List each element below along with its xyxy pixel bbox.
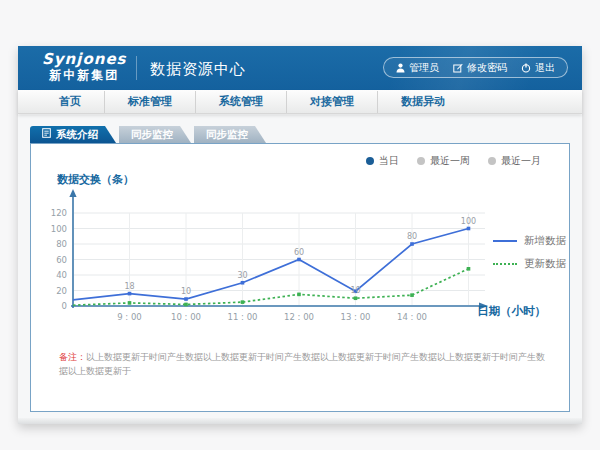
logo-brand: Synjones [42,51,127,68]
point-label: 80 [407,232,417,241]
nav-item-standard-mgmt[interactable]: 标准管理 [105,91,196,113]
line-chart: 0204060801001209 : 0010 : 0011 : 0012 : … [31,186,551,336]
footnote-prefix: 备注： [59,352,86,362]
app-window: Synjones 新中新集团 数据资源中心 管理员 修改密码 [18,46,582,424]
legend-item-updated-data: 更新数据 [493,257,566,271]
x-tick-label: 11 : 00 [228,312,258,322]
window-bottom-edge [18,418,582,424]
x-tick-label: 13 : 00 [341,312,371,322]
x-tick-label: 12 : 00 [284,312,314,322]
data-point [467,227,471,231]
nav-item-system-mgmt[interactable]: 系统管理 [196,91,287,113]
point-label: 10 [181,287,191,296]
chart-panel: 当日 最近一周 最近一月 数据交换（条） 0204060801001209 : … [30,143,570,412]
company-logo: Synjones 新中新集团 [42,51,127,83]
radio-dot [417,157,425,165]
data-point [128,301,132,305]
legend-label: 新增数据 [524,234,566,248]
radio-dot [366,157,374,165]
x-tick-label: 9 : 00 [117,312,142,322]
data-point [241,300,245,304]
change-password-button[interactable]: 修改密码 [453,61,507,75]
x-axis-title: 日期（小时） [477,304,546,319]
edit-icon [453,63,463,73]
dotted-line-swatch [493,263,517,265]
radio-last-month[interactable]: 最近一月 [488,154,541,168]
solid-line-swatch [493,240,517,242]
x-tick-label: 10 : 00 [171,312,201,322]
footnote-text: 以上数据更新于时间产生数据以上数据更新于时间产生数据以上数据更新于时间产生数据以… [59,352,545,376]
y-tick-label: 0 [62,301,67,311]
logout-button[interactable]: 退出 [521,61,555,75]
admin-user-button[interactable]: 管理员 [396,61,439,75]
y-tick-label: 80 [56,239,67,249]
point-label: 100 [461,217,476,226]
point-label: 10 [350,286,360,295]
data-point [297,258,301,262]
logo-company-name: 新中新集团 [42,68,127,83]
header-divider [136,56,137,80]
legend-item-new-data: 新增数据 [493,234,566,248]
y-tick-label: 100 [51,224,67,234]
main-nav: 首页 标准管理 系统管理 对接管理 数据异动 [18,90,582,114]
data-point [410,242,414,246]
data-point [410,293,414,297]
data-point [467,267,471,271]
y-tick-label: 40 [56,270,67,280]
radio-label: 当日 [379,154,399,168]
content-area: 系统介绍 同步监控 同步监控 当日 最近一周 [18,115,582,424]
admin-user-label: 管理员 [409,61,439,75]
y-axis-title: 数据交换（条） [57,172,134,187]
y-tick-label: 20 [56,286,67,296]
tab-label: 同步监控 [206,126,248,143]
y-axis-arrow [69,189,76,197]
footnote: 备注：以上数据更新于时间产生数据以上数据更新于时间产生数据以上数据更新于时间产生… [59,351,553,378]
tab-bar: 系统介绍 同步监控 同步监控 [30,126,266,143]
document-icon [42,126,51,143]
data-point [184,303,188,307]
tab-sync-monitor-1[interactable]: 同步监控 [119,126,191,143]
user-toolbar: 管理员 修改密码 退出 [383,57,568,78]
radio-label: 最近一月 [501,154,541,168]
tab-sync-monitor-2[interactable]: 同步监控 [194,126,266,143]
page-title: 数据资源中心 [150,60,246,79]
tab-system-intro[interactable]: 系统介绍 [30,126,116,143]
power-icon [521,63,531,73]
time-range-filter: 当日 最近一周 最近一月 [366,154,541,168]
tab-label: 系统介绍 [56,126,98,143]
point-label: 18 [124,282,134,291]
user-icon [396,63,405,73]
tab-label: 同步监控 [131,126,173,143]
nav-item-home[interactable]: 首页 [36,91,105,113]
series-legend: 新增数据 更新数据 [493,234,566,271]
data-point [184,297,188,301]
app-header: Synjones 新中新集团 数据资源中心 管理员 修改密码 [18,46,582,90]
change-password-label: 修改密码 [467,61,507,75]
legend-label: 更新数据 [524,257,566,271]
radio-label: 最近一周 [430,154,470,168]
logout-label: 退出 [535,61,555,75]
radio-last-week[interactable]: 最近一周 [417,154,470,168]
data-point [128,292,132,296]
radio-dot [488,157,496,165]
nav-item-data-change[interactable]: 数据异动 [378,91,468,113]
data-point [354,296,358,300]
y-tick-label: 120 [51,208,67,218]
x-tick-label: 14 : 00 [397,312,427,322]
point-label: 30 [237,271,247,280]
y-tick-label: 60 [56,255,67,265]
radio-today[interactable]: 当日 [366,154,399,168]
point-label: 60 [294,248,304,257]
data-point [297,293,301,297]
data-point [241,281,245,285]
nav-item-interface-mgmt[interactable]: 对接管理 [287,91,378,113]
